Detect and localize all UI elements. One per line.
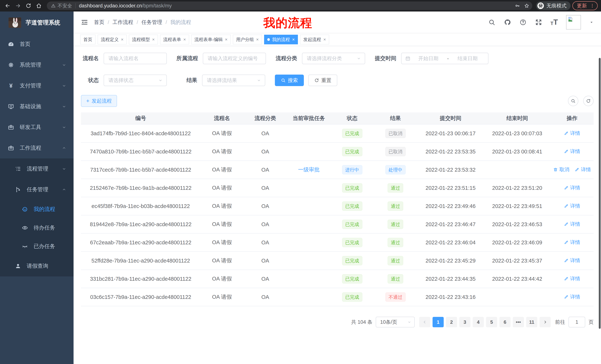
sidebar-item-payment[interactable]: ¥支付管理 bbox=[0, 75, 74, 96]
sidebar-item-done-tasks[interactable]: 已办任务 bbox=[0, 237, 74, 256]
help-icon[interactable] bbox=[519, 19, 527, 26]
user-avatar[interactable] bbox=[566, 15, 581, 29]
detail-action-link[interactable]: 详情 bbox=[564, 257, 580, 264]
detail-action-link[interactable]: 详情 bbox=[564, 184, 580, 191]
tab-process-model[interactable]: 流程模型× bbox=[129, 35, 158, 44]
submit-time-range-picker[interactable]: 开始日期 - 结束日期 bbox=[401, 53, 489, 64]
sidebar-item-workflow[interactable]: 工作流程 bbox=[0, 138, 74, 158]
avatar-caret-icon[interactable] bbox=[589, 20, 594, 25]
tab-user-group[interactable]: 用户分组× bbox=[233, 35, 262, 44]
next-page-button[interactable] bbox=[540, 317, 551, 327]
goto-page-input[interactable] bbox=[569, 317, 585, 327]
site-security-chip[interactable]: 不安全 bbox=[51, 3, 72, 9]
sidebar-item-devtools[interactable]: 研发工具 bbox=[0, 117, 74, 138]
tab-process-definition[interactable]: 流程定义× bbox=[98, 35, 127, 44]
page-scrollbar[interactable] bbox=[599, 58, 601, 329]
browser-menu-icon[interactable] bbox=[590, 3, 595, 8]
category-select[interactable]: 请选择流程分类 bbox=[302, 53, 365, 64]
sidebar-item-process-mgmt[interactable]: 流程管理 bbox=[0, 158, 74, 179]
breadcrumb-item-home[interactable]: 首页 bbox=[94, 19, 104, 26]
page-button-1[interactable]: 1 bbox=[432, 317, 444, 327]
page-button-5[interactable]: 5 bbox=[486, 317, 497, 327]
app-logo-row[interactable]: 芋道管理系统 bbox=[0, 11, 74, 34]
header-search-icon[interactable] bbox=[488, 19, 496, 26]
status-badge: 进行中 bbox=[342, 165, 362, 174]
browser-home-button[interactable] bbox=[35, 1, 43, 10]
sidebar-item-todo-tasks[interactable]: 待办任务 bbox=[0, 219, 74, 237]
cell-result: 通过 bbox=[374, 215, 417, 233]
detail-action-link[interactable]: 详情 bbox=[564, 294, 580, 300]
page-button-11[interactable]: 11 bbox=[526, 317, 537, 327]
tab-close-icon[interactable]: × bbox=[323, 37, 326, 42]
detail-action-link[interactable]: 详情 bbox=[575, 166, 591, 173]
current-task-link[interactable]: 一级审批 bbox=[298, 167, 320, 172]
cell-process-name: OA 请假 bbox=[200, 270, 243, 288]
breadcrumb-item-task-mgmt[interactable]: 任务管理 bbox=[141, 19, 162, 26]
update-label: 更新 bbox=[577, 2, 587, 9]
tab-process-form-edit[interactable]: 流程表单-编辑× bbox=[191, 35, 231, 44]
sidebar-item-infra[interactable]: 基础设施 bbox=[0, 96, 74, 117]
page-url[interactable]: dashboard.yudao.iocoder.cn/bpm/task/my bbox=[79, 3, 512, 9]
status-select[interactable]: 请选择状态 bbox=[104, 75, 167, 86]
cell-end-time: 2022-01-23 00:07:03 bbox=[484, 124, 551, 143]
tab-close-icon[interactable]: × bbox=[183, 37, 186, 42]
browser-update-button[interactable]: 更新 bbox=[572, 1, 598, 10]
page-button-2[interactable]: 2 bbox=[446, 317, 457, 327]
detail-action-link[interactable]: 详情 bbox=[564, 148, 580, 155]
process-name-input[interactable] bbox=[104, 53, 167, 64]
github-icon[interactable] bbox=[504, 19, 511, 26]
tab-process-form[interactable]: 流程表单× bbox=[160, 35, 189, 44]
prev-page-button[interactable] bbox=[419, 317, 430, 327]
tab-close-icon[interactable]: × bbox=[152, 37, 155, 42]
collapse-sidebar-icon[interactable] bbox=[80, 18, 88, 26]
tab-close-icon[interactable]: × bbox=[225, 37, 228, 42]
cancel-action-link[interactable]: 取消 bbox=[553, 166, 570, 173]
address-bar[interactable]: 不安全 dashboard.yudao.iocoder.cn/bpm/task/… bbox=[47, 1, 532, 10]
result-select[interactable]: 请选择流结果 bbox=[202, 75, 265, 86]
warning-icon bbox=[51, 3, 56, 8]
sidebar-item-system[interactable]: 系统管理 bbox=[0, 55, 74, 75]
sidebar-item-label: 任务管理 bbox=[27, 186, 62, 193]
browser-reload-button[interactable] bbox=[24, 1, 33, 10]
font-size-icon[interactable]: TT bbox=[551, 18, 558, 26]
tab-close-icon[interactable]: × bbox=[292, 37, 295, 42]
pagination-bar: 共 104 条 10条/页 123456•••11 前往 页 bbox=[81, 317, 594, 335]
fullscreen-icon[interactable] bbox=[535, 19, 542, 26]
sidebar-item-my-process[interactable]: 我的流程 bbox=[0, 200, 74, 219]
filter-label-process-def: 所属流程 bbox=[176, 55, 198, 62]
tab-close-icon[interactable]: × bbox=[121, 37, 123, 42]
process-def-input[interactable] bbox=[203, 53, 266, 64]
edit-pen-icon bbox=[564, 203, 569, 208]
show-search-button[interactable] bbox=[568, 96, 578, 106]
page-button-3[interactable]: 3 bbox=[459, 317, 471, 327]
tab-my-process[interactable]: 我的流程× bbox=[264, 35, 298, 44]
bookmark-star-icon[interactable] bbox=[524, 3, 529, 8]
tab-home[interactable]: 首页 bbox=[80, 35, 95, 44]
column-header: 操作 bbox=[551, 112, 594, 124]
refresh-table-button[interactable] bbox=[583, 96, 594, 106]
tab-close-icon[interactable]: × bbox=[256, 37, 259, 42]
search-button[interactable]: 搜索 bbox=[275, 75, 304, 86]
detail-action-link[interactable]: 详情 bbox=[564, 203, 580, 209]
sidebar-item-task-mgmt[interactable]: 任务管理 bbox=[0, 179, 74, 200]
reset-button[interactable]: 重置 bbox=[308, 75, 337, 86]
start-process-button[interactable]: + 发起流程 bbox=[81, 95, 117, 107]
detail-action-link[interactable]: 详情 bbox=[564, 130, 580, 136]
sidebar-item-home[interactable]: 首页 bbox=[0, 34, 74, 55]
filter-label-process-name: 流程名 bbox=[81, 55, 99, 62]
tab-start-process[interactable]: 发起流程× bbox=[300, 35, 329, 44]
breadcrumb-item-workflow[interactable]: 工作流程 bbox=[112, 19, 133, 26]
detail-action-link[interactable]: 详情 bbox=[564, 221, 580, 228]
sidebar-item-leave-query[interactable]: 请假查询 bbox=[0, 256, 74, 277]
browser-back-button[interactable] bbox=[3, 1, 12, 10]
cell-result: 通过 bbox=[374, 252, 417, 270]
page-size-select[interactable]: 10条/页 bbox=[376, 317, 415, 327]
browser-forward-button[interactable] bbox=[14, 1, 22, 10]
detail-action-link[interactable]: 详情 bbox=[564, 275, 580, 282]
more-pages-button[interactable]: ••• bbox=[513, 317, 524, 327]
page-button-6[interactable]: 6 bbox=[499, 317, 511, 327]
password-key-icon[interactable] bbox=[515, 3, 520, 8]
page-button-4[interactable]: 4 bbox=[473, 317, 484, 327]
cell-process-id: 03c6c157-7b9a-11ec-a290-acde48001122 bbox=[81, 288, 200, 306]
detail-action-link[interactable]: 详情 bbox=[564, 239, 580, 246]
